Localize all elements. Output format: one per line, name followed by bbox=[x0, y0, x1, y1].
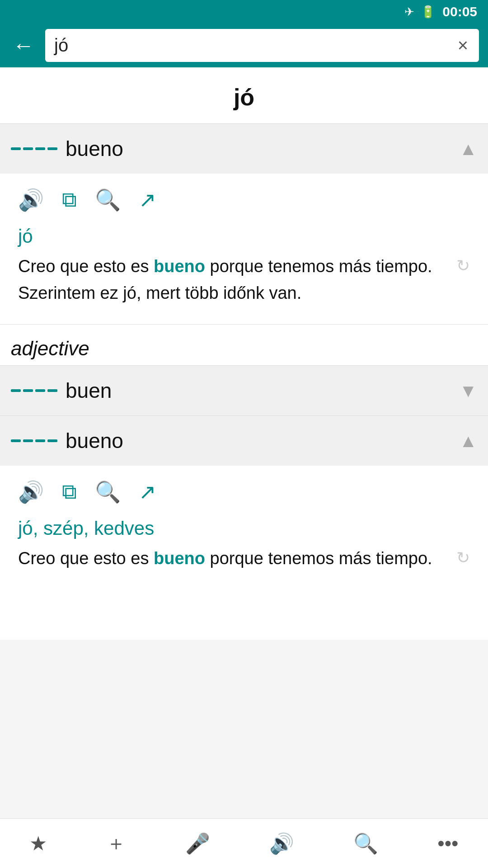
entry3-header[interactable]: bueno ▲ bbox=[0, 416, 488, 466]
entry3-tag: jó, szép, kedves bbox=[18, 518, 470, 539]
battery-icon: 🔋 bbox=[421, 5, 435, 19]
search-bar: ← jó × bbox=[0, 24, 488, 67]
entry3-example-es-bold: bueno bbox=[154, 549, 205, 568]
word-title: jó bbox=[0, 67, 488, 123]
nav-star-button[interactable]: ★ bbox=[29, 832, 47, 855]
entry1-actions: 🔊 ⧉ 🔍 ↗ bbox=[18, 183, 470, 221]
share-icon[interactable]: ↗ bbox=[139, 188, 156, 212]
entry2-dashes bbox=[11, 389, 57, 392]
status-icons: ✈ 🔋 bbox=[404, 5, 435, 19]
bottom-nav: ★ ＋ 🎤 🔊 🔍 ••• bbox=[0, 818, 488, 868]
search-input[interactable]: jó bbox=[54, 35, 456, 56]
nav-add-button[interactable]: ＋ bbox=[106, 830, 126, 857]
entry1-example-es-bold: bueno bbox=[154, 257, 205, 276]
entry1-example-es: Creo que esto es bueno porque tenemos má… bbox=[18, 255, 470, 278]
entry1-dashes bbox=[11, 147, 57, 150]
entry1-example-es-post: porque tenemos más tiempo. bbox=[205, 257, 432, 276]
entry1-word: bueno bbox=[66, 137, 459, 161]
status-bar: ✈ 🔋 00:05 bbox=[0, 0, 488, 24]
entry1-example: Creo que esto es bueno porque tenemos má… bbox=[18, 255, 470, 305]
nav-speaker-button[interactable]: 🔊 bbox=[269, 832, 294, 855]
entry1-header[interactable]: bueno ▲ bbox=[0, 124, 488, 174]
translation-entry-1: bueno ▲ 🔊 ⧉ 🔍 ↗ jó Creo que esto es buen… bbox=[0, 123, 488, 324]
status-time: 00:05 bbox=[442, 4, 477, 19]
back-button[interactable]: ← bbox=[9, 33, 38, 58]
nav-more-button[interactable]: ••• bbox=[437, 832, 458, 855]
entry3-word: bueno bbox=[66, 429, 459, 453]
share-icon-3[interactable]: ↗ bbox=[139, 480, 156, 504]
copy-icon-3[interactable]: ⧉ bbox=[62, 479, 77, 504]
main-content: jó bueno ▲ 🔊 ⧉ 🔍 ↗ jó Creo que esto bbox=[0, 67, 488, 640]
nav-search-button[interactable]: 🔍 bbox=[353, 832, 378, 855]
search-input-container: jó × bbox=[45, 29, 479, 62]
entry2-word: buen bbox=[66, 378, 459, 403]
entry3-body: 🔊 ⧉ 🔍 ↗ jó, szép, kedves Creo que esto e… bbox=[0, 466, 488, 590]
entry3-chevron: ▲ bbox=[459, 431, 477, 451]
entry3-actions: 🔊 ⧉ 🔍 ↗ bbox=[18, 475, 470, 513]
search-icon-3[interactable]: 🔍 bbox=[95, 480, 121, 504]
pos-label: adjective bbox=[0, 324, 488, 365]
refresh-icon-1[interactable]: ↻ bbox=[456, 255, 470, 277]
entry3-example-es-pre: Creo que esto es bbox=[18, 549, 154, 568]
entry2-header[interactable]: buen ▼ bbox=[0, 366, 488, 415]
clear-button[interactable]: × bbox=[456, 35, 470, 56]
speaker-icon[interactable]: 🔊 bbox=[18, 188, 44, 212]
airplane-icon: ✈ bbox=[404, 5, 414, 19]
entry3-example: Creo que esto es bueno porque tenemos má… bbox=[18, 547, 470, 571]
translation-entry-3: bueno ▲ 🔊 ⧉ 🔍 ↗ jó, szép, kedves Creo qu… bbox=[0, 415, 488, 590]
entry1-body: 🔊 ⧉ 🔍 ↗ jó Creo que esto es bueno porque… bbox=[0, 174, 488, 324]
nav-mic-button[interactable]: 🎤 bbox=[185, 832, 210, 855]
entry1-tag: jó bbox=[18, 226, 470, 247]
copy-icon[interactable]: ⧉ bbox=[62, 187, 77, 212]
speaker-icon-3[interactable]: 🔊 bbox=[18, 480, 44, 504]
translation-entry-2: buen ▼ bbox=[0, 365, 488, 415]
entry1-chevron: ▲ bbox=[459, 139, 477, 159]
entry1-example-es-pre: Creo que esto es bbox=[18, 257, 154, 276]
entry2-chevron: ▼ bbox=[459, 381, 477, 401]
entry3-example-es: Creo que esto es bueno porque tenemos má… bbox=[18, 547, 470, 571]
entry3-dashes bbox=[11, 439, 57, 442]
entry1-example-hu: Szerintem ez jó, mert több időnk van. bbox=[18, 281, 470, 305]
entry3-example-es-post: porque tenemos más tiempo. bbox=[205, 549, 432, 568]
refresh-icon-3[interactable]: ↻ bbox=[456, 547, 470, 569]
search-icon[interactable]: 🔍 bbox=[95, 188, 121, 212]
